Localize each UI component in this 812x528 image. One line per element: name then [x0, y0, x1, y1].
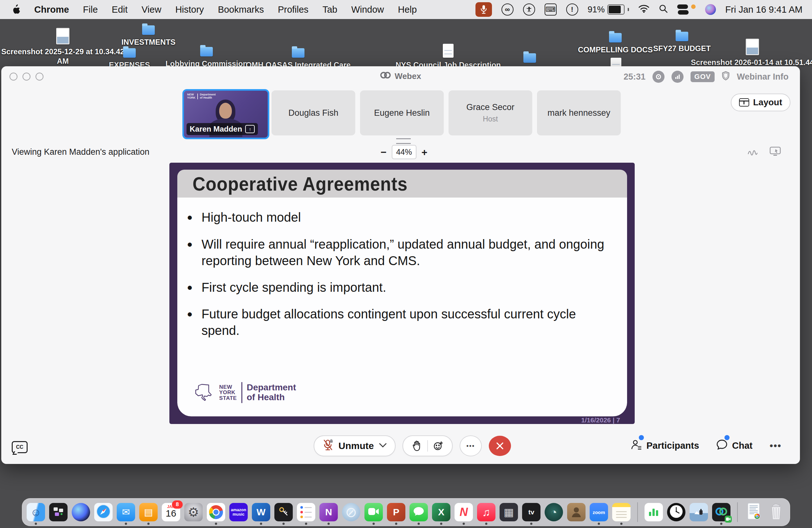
connection-stats-icon[interactable]: [671, 71, 683, 83]
dock-notes[interactable]: [612, 503, 630, 521]
dock-apple-music[interactable]: ♫: [477, 503, 495, 521]
dock-chrome[interactable]: [207, 503, 225, 521]
calculator-icon: ▦: [504, 507, 514, 517]
zoom-window-button[interactable]: [35, 73, 43, 80]
menu-item-help[interactable]: Help: [398, 4, 417, 15]
zoom-level-value[interactable]: 44%: [392, 145, 417, 159]
menu-item-bookmarks[interactable]: Bookmarks: [218, 4, 264, 15]
microphone-in-use-icon[interactable]: [476, 2, 492, 17]
zoom-out-button[interactable]: −: [381, 147, 387, 157]
dock-clock[interactable]: [667, 503, 685, 521]
participant-tile[interactable]: Grace Secor Host: [449, 90, 532, 135]
numbers-icon: [648, 506, 659, 518]
participant-tile[interactable]: Douglas Fish: [272, 90, 355, 135]
zoom-in-button[interactable]: +: [422, 147, 427, 157]
image-file-icon: [56, 28, 70, 44]
leave-meeting-button[interactable]: [489, 436, 511, 456]
spotlight-search-icon[interactable]: [659, 4, 668, 15]
chat-button[interactable]: Chat: [716, 439, 752, 453]
dock-amazon-music[interactable]: amazonmusic: [229, 503, 248, 521]
participants-button[interactable]: Participants: [630, 439, 699, 453]
dock-books[interactable]: ▤: [139, 503, 158, 521]
window-titlebar[interactable]: Webex 25:31 GOV Webinar Info: [1, 66, 800, 86]
dock-safari[interactable]: [94, 503, 113, 521]
menu-item-window[interactable]: Window: [351, 4, 384, 15]
dock-news[interactable]: N: [454, 503, 473, 521]
dock-numbers[interactable]: [644, 503, 663, 521]
record-indicator-icon[interactable]: [652, 71, 665, 83]
dock-preview[interactable]: [690, 503, 708, 521]
webinar-info-button[interactable]: Webinar Info: [737, 72, 788, 82]
unmute-button[interactable]: Unmute: [314, 436, 395, 456]
closed-captions-button[interactable]: CC: [12, 441, 28, 453]
participant-tile[interactable]: mark hennessey: [537, 90, 621, 135]
dock-network-blocked[interactable]: ⊘: [342, 503, 360, 521]
siri-icon[interactable]: [705, 4, 716, 15]
menu-item-edit[interactable]: Edit: [112, 4, 128, 15]
folder-icon: [142, 25, 155, 35]
desktop-icon-investments[interactable]: INVESTMENTS: [82, 25, 215, 47]
dock-word[interactable]: W: [252, 503, 270, 521]
dock-siri[interactable]: [72, 503, 90, 521]
menu-item-view[interactable]: View: [142, 4, 161, 15]
raise-hand-button[interactable]: [406, 440, 427, 451]
menu-item-profiles[interactable]: Profiles: [278, 4, 309, 15]
layout-button[interactable]: Layout: [731, 93, 791, 111]
dock-webex[interactable]: [712, 503, 730, 521]
menu-item-file[interactable]: File: [83, 4, 98, 15]
menu-bar: Chrome File Edit View History Bookmarks …: [0, 0, 812, 19]
preview-icon: [693, 506, 705, 518]
dock-mail[interactable]: ✉: [117, 503, 135, 521]
dock-reminders[interactable]: [297, 503, 315, 521]
dock-contacts[interactable]: [567, 503, 585, 521]
onenote-icon: N: [325, 508, 332, 517]
slide-bullet-list: ●High-touch model ●Will require annual “…: [187, 209, 614, 339]
strip-resize-handle[interactable]: [396, 138, 411, 144]
slide-page-footer: 1/16/2026 | 7: [581, 416, 620, 424]
more-options-button[interactable]: •••: [460, 436, 482, 456]
menu-item-history[interactable]: History: [175, 4, 204, 15]
menubar-clock[interactable]: Fri Jan 16 9:41 AM: [725, 4, 802, 15]
dock-system-settings[interactable]: ⚙: [184, 503, 203, 521]
webex-logo-icon: [380, 71, 391, 81]
participant-tile[interactable]: Eugene Heslin: [360, 90, 444, 135]
dock-calendar[interactable]: JAN 16 8: [162, 503, 180, 521]
traffic-lights[interactable]: [10, 73, 43, 80]
remote-control-icon[interactable]: [769, 146, 781, 158]
wifi-icon[interactable]: [638, 4, 649, 15]
dock-facetime[interactable]: [364, 503, 383, 521]
participant-tile-karen-madden[interactable]: NEWYORKDepartmentof Health Karen Madden …: [183, 89, 269, 139]
folder-icon: [292, 48, 304, 58]
dock-zoom[interactable]: zoom: [590, 503, 608, 521]
dock-apple-tv[interactable]: tv: [522, 503, 540, 521]
dock-time-machine[interactable]: ◔: [545, 503, 563, 521]
dock-trash[interactable]: [767, 503, 785, 521]
close-window-button[interactable]: [10, 73, 17, 80]
dock-excel[interactable]: X: [432, 503, 450, 521]
active-app-name[interactable]: Chrome: [34, 4, 69, 15]
accessibility-icon[interactable]: [523, 3, 535, 16]
reactions-button[interactable]: [428, 441, 449, 451]
creative-cloud-icon[interactable]: ∞: [502, 3, 513, 16]
dock-onenote[interactable]: N: [319, 503, 338, 521]
minimize-window-button[interactable]: [23, 73, 30, 80]
menu-item-tab[interactable]: Tab: [322, 4, 337, 15]
annotate-icon[interactable]: [747, 146, 758, 158]
apple-menu-icon[interactable]: [12, 4, 20, 15]
dock-downloads-document[interactable]: [744, 503, 763, 521]
time-machine-icon[interactable]: !: [566, 3, 578, 16]
dock-finder[interactable]: ☺: [27, 503, 45, 521]
dock-mission-control[interactable]: [49, 503, 68, 521]
ny-state-outline-icon: [191, 383, 215, 402]
dock-calculator[interactable]: ▦: [499, 503, 518, 521]
battery-indicator[interactable]: 91%: [588, 4, 629, 15]
dock-powerpoint[interactable]: P: [387, 503, 405, 521]
keyboard-icon[interactable]: ⌨: [545, 3, 557, 16]
powerpoint-icon: P: [393, 508, 399, 517]
unmute-options-chevron-icon[interactable]: [379, 443, 387, 449]
dock-messages[interactable]: [409, 503, 428, 521]
dock-keychain[interactable]: [274, 503, 293, 521]
more-panels-button[interactable]: •••: [769, 440, 782, 451]
participant-name: Grace Secor: [466, 102, 514, 112]
control-center-icon[interactable]: [677, 4, 688, 15]
